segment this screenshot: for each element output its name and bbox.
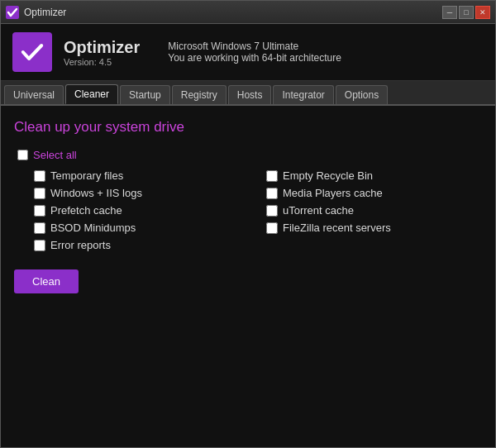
checkbox-filezilla-recent-servers[interactable] (266, 222, 278, 234)
titlebar: Optimizer ─ □ ✕ (1, 1, 495, 24)
item-bsod-minidumps[interactable]: BSOD Minidumps (34, 222, 250, 234)
item-empty-recycle-bin[interactable]: Empty Recycle Bin (266, 169, 482, 182)
titlebar-title: Optimizer (24, 7, 66, 18)
checkbox-bsod-minidumps[interactable] (34, 222, 45, 234)
select-all-row: Select all (17, 149, 482, 161)
logo-checkmark-icon (19, 39, 45, 65)
label-media-players-cache: Media Players cache (283, 187, 383, 199)
app-name: Optimizer (64, 37, 140, 57)
maximize-button[interactable]: □ (459, 6, 474, 19)
tab-startup[interactable]: Startup (120, 85, 170, 104)
label-bsod-minidumps: BSOD Minidumps (50, 222, 136, 234)
checkbox-grid: Temporary files Empty Recycle Bin Window… (34, 169, 482, 251)
titlebar-buttons: ─ □ ✕ (442, 6, 490, 19)
tab-universal[interactable]: Universal (4, 85, 64, 104)
select-all-checkbox[interactable] (17, 150, 28, 160)
checkbox-empty-recycle-bin[interactable] (266, 170, 278, 182)
label-temporary-files: Temporary files (50, 169, 123, 182)
checkbox-temporary-files[interactable] (34, 170, 45, 182)
checkbox-media-players-cache[interactable] (266, 188, 278, 199)
app-info-line1: Microsoft Windows 7 Ultimate (168, 41, 341, 52)
label-utorrent-cache: uTorrent cache (283, 204, 354, 217)
label-windows-iis-logs: Windows + IIS logs (50, 187, 142, 199)
checkbox-prefetch-cache[interactable] (34, 205, 45, 217)
item-temporary-files[interactable]: Temporary files (34, 169, 250, 182)
item-utorrent-cache[interactable]: uTorrent cache (266, 204, 482, 217)
checkbox-utorrent-cache[interactable] (266, 205, 278, 217)
app-title-icon (6, 6, 19, 19)
section-title: Clean up your system drive (14, 119, 482, 136)
label-filezilla-recent-servers: FileZilla recent servers (283, 222, 391, 234)
item-media-players-cache[interactable]: Media Players cache (266, 187, 482, 199)
select-all-label[interactable]: Select all (33, 149, 77, 161)
minimize-button[interactable]: ─ (442, 6, 457, 19)
label-error-reports: Error reports (50, 239, 111, 251)
tabbar: Universal Cleaner Startup Registry Hosts… (1, 81, 495, 106)
tab-registry[interactable]: Registry (172, 85, 227, 104)
item-prefetch-cache[interactable]: Prefetch cache (34, 204, 250, 217)
tab-integrator[interactable]: Integrator (273, 85, 333, 104)
checkbox-windows-iis-logs[interactable] (34, 188, 45, 199)
app-title-group: Optimizer Version: 4.5 (64, 37, 140, 67)
close-button[interactable]: ✕ (475, 6, 490, 19)
item-filezilla-recent-servers[interactable]: FileZilla recent servers (266, 222, 482, 234)
label-empty-recycle-bin: Empty Recycle Bin (283, 169, 373, 182)
titlebar-left: Optimizer (6, 6, 66, 19)
clean-button[interactable]: Clean (14, 269, 79, 293)
label-prefetch-cache: Prefetch cache (50, 204, 122, 217)
tab-hosts[interactable]: Hosts (228, 85, 272, 104)
main-window: Optimizer ─ □ ✕ Optimizer Version: 4.5 M… (0, 0, 496, 448)
app-info: Microsoft Windows 7 Ultimate You are wor… (168, 41, 341, 64)
app-info-line2: You are working with 64-bit architecture (168, 52, 341, 64)
tab-options[interactable]: Options (336, 85, 388, 104)
cleaner-content: Clean up your system drive Select all Te… (1, 106, 495, 447)
item-error-reports[interactable]: Error reports (34, 239, 250, 251)
item-windows-iis-logs[interactable]: Windows + IIS logs (34, 187, 250, 199)
tab-cleaner[interactable]: Cleaner (65, 84, 118, 104)
app-header: Optimizer Version: 4.5 Microsoft Windows… (1, 24, 495, 81)
logo-box (12, 32, 52, 72)
app-version: Version: 4.5 (64, 57, 140, 67)
checkbox-error-reports[interactable] (34, 240, 45, 251)
